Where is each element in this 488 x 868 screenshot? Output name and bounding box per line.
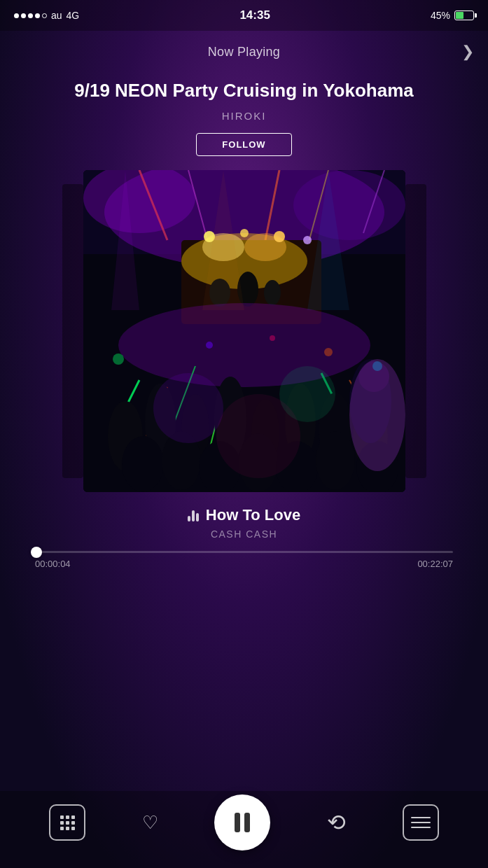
svg-point-48 <box>153 373 223 443</box>
side-art-left <box>62 184 83 478</box>
status-left: au 4G <box>14 10 79 21</box>
album-art <box>83 170 405 492</box>
mix-artist: HIROKI <box>222 110 267 122</box>
dots-grid-icon <box>60 816 75 830</box>
mix-title: 9/19 NEON Party Cruising in Yokohama <box>60 80 428 102</box>
now-playing-header: Now Playing ❯ <box>0 31 488 73</box>
party-scene-image <box>83 170 405 492</box>
network-label: 4G <box>67 10 80 21</box>
current-track-title: How To Love <box>206 506 300 524</box>
svg-point-16 <box>274 231 285 242</box>
signal-dot-1 <box>14 13 19 18</box>
elapsed-time: 00:00:04 <box>35 559 71 569</box>
svg-point-15 <box>240 229 249 237</box>
follow-button[interactable]: FOLLOW <box>196 133 291 156</box>
status-time: 14:35 <box>239 8 270 22</box>
waveform-icon <box>188 509 199 522</box>
list-icon <box>403 804 439 841</box>
svg-point-17 <box>303 236 312 244</box>
pause-button[interactable] <box>214 794 270 850</box>
battery-fill <box>456 12 463 19</box>
svg-point-56 <box>372 361 382 371</box>
svg-point-53 <box>113 354 124 365</box>
svg-point-22 <box>118 303 370 387</box>
header-title: Now Playing <box>208 45 280 59</box>
main-content: 9/19 NEON Party Cruising in Yokohama HIR… <box>0 73 488 791</box>
signal-dot-3 <box>28 13 33 18</box>
more-button[interactable] <box>49 804 85 841</box>
progress-knob[interactable] <box>31 547 42 558</box>
svg-point-49 <box>216 394 300 478</box>
track-name-row: How To Love <box>188 506 300 524</box>
album-art-container <box>14 170 474 492</box>
track-info-section: How To Love CASH CASH <box>14 506 474 540</box>
status-bar: au 4G 14:35 45% <box>0 0 488 31</box>
current-track-artist: CASH CASH <box>211 528 277 540</box>
svg-point-37 <box>122 436 164 492</box>
svg-point-54 <box>324 348 333 356</box>
status-right: 45% <box>431 10 474 21</box>
more-icon-box <box>49 804 85 841</box>
heart-icon: ♡ <box>142 812 158 834</box>
svg-point-42 <box>316 431 355 490</box>
repeat-button[interactable]: ⟲ <box>327 809 346 836</box>
carrier-label: au <box>51 10 62 21</box>
total-time: 00:22:07 <box>417 559 453 569</box>
signal-dot-2 <box>21 13 26 18</box>
signal-dot-4 <box>35 13 40 18</box>
controls-bar: ♡ ⟲ <box>0 791 488 868</box>
signal-strength <box>14 13 47 18</box>
progress-bar[interactable] <box>35 551 453 553</box>
svg-point-57 <box>270 335 275 341</box>
progress-section: 00:00:04 00:22:07 <box>14 551 474 569</box>
chevron-down-icon[interactable]: ❯ <box>461 43 474 61</box>
pause-icon <box>235 813 250 832</box>
svg-point-20 <box>264 280 281 305</box>
battery-percent: 45% <box>431 10 450 21</box>
like-button[interactable]: ♡ <box>142 812 158 834</box>
svg-point-55 <box>206 342 213 349</box>
svg-point-46 <box>349 359 405 471</box>
signal-dot-5 <box>42 13 47 18</box>
side-art-right <box>405 184 426 478</box>
time-row: 00:00:04 00:22:07 <box>35 559 453 569</box>
svg-point-4 <box>293 170 405 240</box>
queue-button[interactable] <box>403 804 439 841</box>
repeat-icon: ⟲ <box>327 809 346 836</box>
battery-icon <box>454 10 474 20</box>
